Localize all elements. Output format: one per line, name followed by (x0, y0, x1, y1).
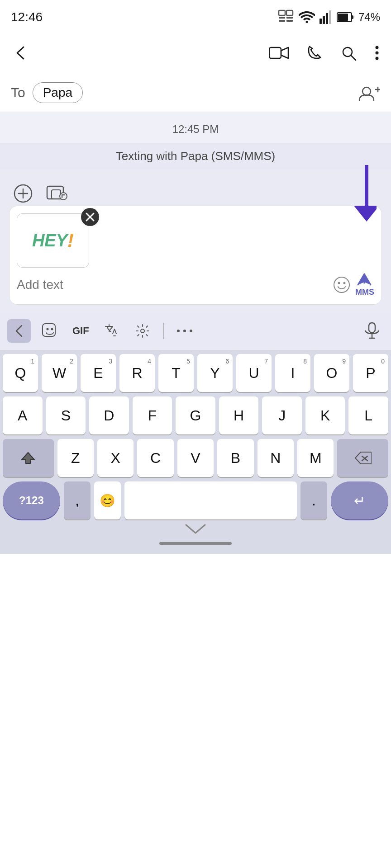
key-backspace[interactable] (337, 439, 388, 477)
wifi-icon (299, 11, 315, 24)
key-period[interactable]: . (300, 481, 327, 519)
svg-rect-6 (319, 19, 322, 24)
key-F[interactable]: F (133, 396, 172, 434)
key-switch-numeric[interactable]: ?123 (3, 481, 60, 519)
gif-attachment: H E Y ! (17, 213, 94, 268)
key-Z[interactable]: Z (57, 439, 94, 477)
key-A[interactable]: A (3, 396, 43, 434)
add-attachment-button[interactable] (13, 183, 33, 204)
hey-image: H E Y ! (21, 218, 85, 263)
svg-rect-0 (279, 10, 285, 15)
svg-rect-1 (279, 17, 285, 19)
key-S[interactable]: S (46, 396, 86, 434)
svg-rect-7 (323, 16, 325, 24)
key-space[interactable] (124, 481, 297, 519)
key-shift[interactable] (3, 439, 54, 477)
svg-rect-11 (352, 15, 353, 19)
remove-attachment-button[interactable] (81, 208, 99, 226)
key-comma[interactable]: , (64, 481, 91, 519)
key-Y[interactable]: Y6 (197, 354, 233, 392)
key-V[interactable]: V (177, 439, 214, 477)
svg-point-39 (47, 328, 49, 330)
recipient-chip[interactable]: Papa (33, 82, 83, 103)
svg-point-16 (376, 46, 379, 49)
mms-label: MMS (355, 288, 374, 297)
key-D[interactable]: D (89, 396, 129, 434)
svg-point-41 (141, 329, 144, 333)
svg-line-15 (351, 55, 356, 60)
send-button[interactable]: MMS (355, 272, 374, 297)
toolbar-separator (163, 323, 164, 339)
compose-bubble: H E Y ! (9, 206, 382, 305)
key-X[interactable]: X (97, 439, 134, 477)
key-L[interactable]: L (348, 396, 388, 434)
svg-rect-8 (326, 13, 328, 24)
key-B[interactable]: B (217, 439, 253, 477)
key-I[interactable]: I8 (275, 354, 310, 392)
key-H[interactable]: H (219, 396, 259, 434)
compose-text-input[interactable] (17, 276, 328, 294)
chevron-down-icon[interactable] (184, 523, 207, 535)
gallery-button[interactable] (46, 184, 68, 203)
key-E[interactable]: E3 (81, 354, 116, 392)
status-time: 12:46 (11, 10, 43, 24)
to-label: To (11, 85, 25, 100)
svg-rect-31 (62, 194, 65, 195)
keyboard-rows: Q1 W2 E3 R4 T5 Y6 U7 I8 O9 P0 A S D F G … (0, 350, 391, 521)
compose-actions-row (9, 177, 382, 206)
compose-input-row: MMS (17, 272, 374, 297)
key-M[interactable]: M (297, 439, 334, 477)
key-P[interactable]: P0 (353, 354, 388, 392)
translate-button[interactable] (100, 319, 124, 343)
sticker-button[interactable] (38, 319, 62, 343)
notification-icon-1 (278, 9, 294, 25)
svg-rect-28 (52, 190, 61, 199)
home-indicator (159, 542, 232, 545)
key-O[interactable]: O9 (314, 354, 349, 392)
key-G[interactable]: G (176, 396, 215, 434)
key-R[interactable]: R4 (119, 354, 155, 392)
back-button[interactable] (11, 43, 30, 62)
key-emoji[interactable]: 😊 (94, 481, 121, 519)
emoji-button[interactable] (333, 276, 351, 294)
to-field: To Papa (0, 73, 391, 112)
add-contact-button[interactable] (357, 82, 380, 103)
keyboard-row-2: A S D F G H J K L (3, 396, 388, 434)
svg-point-29 (60, 193, 67, 200)
phone-button[interactable] (305, 44, 323, 62)
svg-point-42 (177, 330, 180, 332)
svg-rect-13 (269, 47, 281, 58)
signal-icon (319, 10, 332, 24)
video-call-button[interactable] (269, 46, 289, 60)
keyboard-bottom (0, 538, 391, 554)
app-bar-left (11, 43, 30, 62)
status-icons: 74% (278, 9, 380, 25)
key-enter[interactable]: ↵ (331, 481, 388, 519)
key-W[interactable]: W2 (42, 354, 77, 392)
more-options-button[interactable] (374, 44, 380, 62)
keyboard-row-3: Z X C V B N M (3, 439, 388, 477)
key-C[interactable]: C (137, 439, 173, 477)
gif-preview: H E Y ! (17, 213, 89, 268)
gif-button[interactable]: GIF (69, 321, 93, 340)
svg-rect-5 (286, 20, 293, 22)
microphone-button[interactable] (360, 318, 384, 344)
key-U[interactable]: U7 (236, 354, 272, 392)
keyboard-row-1: Q1 W2 E3 R4 T5 Y6 U7 I8 O9 P0 (3, 354, 388, 392)
key-J[interactable]: J (262, 396, 302, 434)
key-N[interactable]: N (257, 439, 294, 477)
settings-button[interactable] (131, 319, 154, 343)
key-Q[interactable]: Q1 (3, 354, 38, 392)
chevron-down-row (0, 521, 391, 538)
key-T[interactable]: T5 (158, 354, 194, 392)
svg-rect-4 (286, 17, 293, 19)
more-toolbar-button[interactable] (173, 324, 196, 338)
keyboard: Q1 W2 E3 R4 T5 Y6 U7 I8 O9 P0 A S D F G … (0, 350, 391, 554)
keyboard-back-button[interactable] (7, 319, 31, 343)
battery-icon (337, 11, 354, 23)
app-bar (0, 33, 391, 73)
chat-timestamp: 12:45 PM (172, 123, 219, 136)
key-K[interactable]: K (305, 396, 345, 434)
search-button[interactable] (339, 44, 358, 62)
svg-point-34 (334, 277, 349, 292)
